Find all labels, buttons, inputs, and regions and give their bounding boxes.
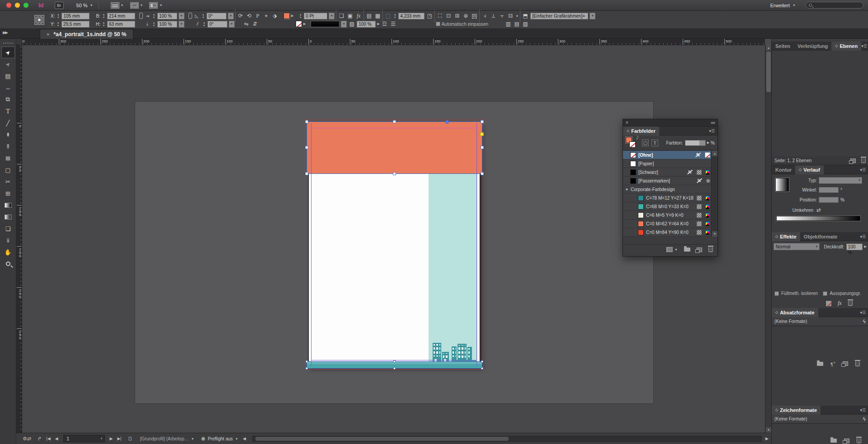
y-stepper[interactable]: ▲▼: [56, 21, 60, 27]
direct-selection-tool[interactable]: ➤: [1, 58, 15, 70]
opacity-flyout-icon[interactable]: ▶: [377, 22, 379, 26]
frame-tool[interactable]: ⊠: [1, 152, 15, 164]
opacity-value-field[interactable]: 100 %: [846, 243, 863, 250]
pen-tool[interactable]: ✒: [1, 129, 15, 140]
distribute-h-icon[interactable]: ▥: [505, 21, 512, 27]
fit-frame-icon[interactable]: ⊡: [445, 13, 452, 19]
bridge-button[interactable]: Br: [55, 2, 64, 9]
panel-menu-icon[interactable]: ▾☰: [860, 310, 866, 315]
isolate-blending-checkbox[interactable]: [774, 291, 779, 296]
scale-y-stepper[interactable]: ▲▼: [152, 21, 156, 27]
search-input[interactable]: [806, 2, 863, 9]
width-stepper[interactable]: ▲▼: [102, 13, 106, 19]
new-swatch-icon[interactable]: [697, 248, 702, 252]
fit-content-icon[interactable]: ⛶: [436, 13, 443, 19]
trash-icon[interactable]: [848, 301, 853, 306]
stroke-flyout-icon[interactable]: ▶: [303, 22, 306, 26]
corner-edit-handle[interactable]: [480, 132, 484, 136]
zoom-window-button[interactable]: [24, 3, 28, 8]
shear-dropdown[interactable]: ▼: [229, 21, 235, 28]
arrange-documents-icon[interactable]: [149, 2, 158, 9]
tint-flyout-icon[interactable]: ▶: [707, 141, 709, 145]
fill-stroke-proxy[interactable]: ⤸: [626, 137, 639, 149]
scale-x-dropdown[interactable]: ▼: [179, 13, 184, 19]
tab-seiten[interactable]: Seiten: [772, 42, 794, 51]
tint-slider[interactable]: [685, 140, 706, 146]
clear-effects-icon[interactable]: [826, 301, 831, 306]
swatches-titlebar[interactable]: × ««: [623, 119, 717, 126]
swatch-row[interactable]: ▼ C=6 M=5 Y=9 K=0 ✎ ⊕: [623, 211, 712, 220]
gradient-thumbnail[interactable]: [775, 178, 789, 192]
select-content-icon[interactable]: ⌖: [263, 13, 270, 19]
corner-options-icon[interactable]: ⬚: [384, 13, 392, 19]
knockout-group-checkbox[interactable]: [823, 291, 827, 296]
swatch-row[interactable]: ▼ [Passermarken] ✎ ⊕: [623, 177, 712, 185]
stroke-swatch[interactable]: [629, 141, 636, 148]
align-options-icon[interactable]: ⊟: [507, 13, 514, 19]
corner-radius-field[interactable]: 4,233 mm: [398, 13, 425, 19]
panel-grip[interactable]: [3, 42, 13, 44]
fill-color-swatch[interactable]: [283, 13, 290, 19]
eyedropper-tool[interactable]: ✑: [1, 234, 15, 246]
x-field[interactable]: 105 mm: [61, 13, 90, 19]
align-left-icon[interactable]: ⫞: [481, 13, 488, 19]
flip-horizontal-icon[interactable]: ⇋: [243, 21, 250, 27]
zoom-level-select[interactable]: 50 %▼: [76, 3, 93, 8]
preflight-profile-dropdown[interactable]: [Grundprofil] (Arbeitsp… ▼: [140, 436, 194, 441]
close-window-button[interactable]: [6, 3, 11, 8]
scroll-down-icon[interactable]: ▼: [712, 231, 717, 237]
selection-handle-nw[interactable]: [305, 120, 308, 123]
stroke-color-swatch[interactable]: [296, 21, 302, 27]
trash-icon[interactable]: [857, 438, 861, 443]
height-stepper[interactable]: ▲▼: [102, 21, 106, 27]
height-field[interactable]: 63 mm: [107, 21, 135, 28]
horizontal-scrollbar[interactable]: [252, 436, 762, 442]
shear-field[interactable]: 0°: [208, 21, 227, 28]
tab-zeichenformate[interactable]: ◇Zeichenformate: [772, 406, 821, 415]
trash-icon[interactable]: [855, 361, 860, 366]
y-field[interactable]: 29,5 mm: [61, 21, 90, 28]
trash-icon[interactable]: [861, 158, 866, 163]
selection-tool[interactable]: ➤: [1, 47, 15, 58]
workspace-switcher[interactable]: Erweitert▼: [770, 3, 796, 8]
panel-menu-icon[interactable]: ▾☰: [860, 408, 866, 412]
new-layer-icon[interactable]: [850, 159, 856, 163]
swatch-row[interactable]: ▼ C=0 M=84 Y=90 K=0 ✎ ⊕: [623, 228, 712, 237]
footer-handle-n[interactable]: [393, 360, 396, 363]
scroll-down-icon[interactable]: ▼: [766, 427, 771, 433]
footer-frame-edge[interactable]: [307, 361, 482, 369]
opacity-field[interactable]: 100 %: [357, 21, 376, 28]
line-tool[interactable]: ╱: [1, 117, 15, 129]
scale-y-field[interactable]: 100 %: [157, 21, 177, 28]
corner-shape-icon[interactable]: ◳: [426, 13, 433, 19]
document-page[interactable]: [308, 123, 480, 366]
hand-tool[interactable]: ✋: [1, 246, 15, 258]
pencil-tool[interactable]: ✏: [1, 140, 15, 152]
tab-kontur[interactable]: Kontur: [772, 165, 795, 174]
selection-handle-ne[interactable]: [481, 120, 484, 123]
tab-verknuepfung[interactable]: Verknüpfung: [794, 42, 831, 51]
swatches-scrollbar[interactable]: ▲ ▼: [711, 151, 717, 237]
constrain-dimensions-icon[interactable]: [139, 13, 143, 19]
tab-absatzformate[interactable]: ◇Absatzformate: [772, 308, 818, 317]
fx-icon[interactable]: fx: [838, 300, 842, 307]
center-content-icon[interactable]: 回: [471, 12, 478, 20]
stroke-weight-stepper[interactable]: ▲▼: [298, 13, 302, 19]
selection-handle-s[interactable]: [393, 172, 396, 175]
object-style-icon[interactable]: ⬒: [522, 13, 529, 19]
select-previous-icon[interactable]: ⬗: [271, 13, 278, 19]
swatch-row[interactable]: ▼ C=78 M=12 Y=27 K=18 ✎ ⊕: [623, 194, 712, 202]
gap-tool[interactable]: ↔: [1, 82, 15, 93]
footer-handle-se[interactable]: [481, 367, 483, 369]
preflight-settings-icon[interactable]: ⚙⇄: [23, 436, 31, 442]
swatch-row[interactable]: ▼ C=0 M=62 Y=64 K=0 ✎ ⊕: [623, 220, 712, 228]
free-transform-tool[interactable]: ⊞: [1, 187, 15, 199]
horizontal-ruler[interactable]: 3503002502001501005005010015020025030035…: [22, 39, 765, 45]
last-page-icon[interactable]: ▶|: [117, 436, 121, 441]
scroll-up-icon[interactable]: ▲: [712, 151, 717, 156]
page-tool[interactable]: ▤: [1, 70, 15, 82]
scale-x-stepper[interactable]: ▲▼: [152, 13, 156, 19]
swatch-row[interactable]: ▼ [Ohne] ✎ ⊕: [623, 151, 712, 159]
rectangle-tool[interactable]: ▢: [1, 164, 15, 176]
tab-ebenen[interactable]: ◇Ebenen: [831, 42, 861, 51]
